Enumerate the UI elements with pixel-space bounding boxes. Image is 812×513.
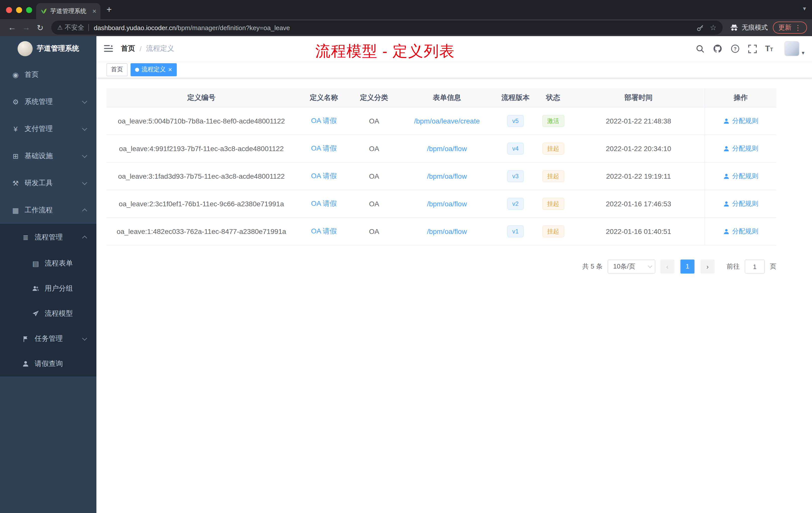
table-row: oa_leave:3:1fad3d93-7b75-11ec-a3c8-acde4…	[107, 163, 776, 190]
table-row: oa_leave:4:991f2193-7b7f-11ec-a3c8-acde4…	[107, 135, 776, 163]
search-icon[interactable]	[696, 44, 704, 53]
tab-close-icon[interactable]: ×	[92, 7, 96, 15]
form-link[interactable]: /bpm/oa/leave/create	[414, 117, 480, 125]
cell-deploy-time: 2022-01-22 20:34:10	[573, 145, 704, 153]
users-icon	[30, 284, 41, 293]
page-unit-label: 页	[770, 262, 776, 271]
update-label: 更新	[778, 23, 791, 32]
col-header-category: 定义分类	[351, 93, 397, 102]
flag-icon	[20, 335, 31, 343]
forward-button[interactable]: →	[19, 23, 33, 32]
sidebar-item-system-mgmt[interactable]: ⚙ 系统管理	[0, 88, 96, 116]
col-header-status: 状态	[534, 93, 573, 102]
status-badge: 激活	[542, 115, 564, 127]
url-host: dashboard.yudao.iocoder.cn	[94, 24, 176, 31]
update-button[interactable]: 更新 ⋮	[773, 22, 807, 34]
sidebar-item-process-model[interactable]: 流程模型	[0, 301, 96, 326]
window-close-button[interactable]	[6, 7, 12, 13]
back-button[interactable]: ←	[5, 23, 19, 32]
page-number-active[interactable]: 1	[680, 260, 695, 274]
form-link[interactable]: /bpm/oa/flow	[427, 145, 467, 153]
sidebar-item-user-group[interactable]: 用户分组	[0, 276, 96, 301]
definition-name-link[interactable]: OA 请假	[311, 117, 337, 124]
sidebar-item-task-mgmt[interactable]: 任务管理	[0, 326, 96, 351]
cell-definition-id: oa_leave:1:482ec033-762a-11ec-8477-a2380…	[107, 228, 296, 235]
form-link[interactable]: /bpm/oa/flow	[427, 200, 467, 208]
tag-home[interactable]: 首页	[107, 63, 127, 76]
form-link[interactable]: /bpm/oa/flow	[427, 172, 467, 180]
sidebar-item-home[interactable]: ◉ 首页	[0, 61, 96, 88]
tab-favicon-icon	[40, 7, 47, 14]
form-link[interactable]: /bpm/oa/flow	[427, 228, 467, 235]
chevron-up-icon	[82, 209, 87, 214]
goto-page-input[interactable]	[745, 260, 765, 274]
yen-icon: ¥	[10, 125, 21, 133]
assign-rule-button[interactable]: 分配规则	[723, 172, 758, 181]
cell-deploy-time: 2022-01-16 17:46:53	[573, 200, 704, 208]
incognito-icon	[730, 23, 739, 32]
security-warning-icon[interactable]: ⚠	[57, 24, 63, 31]
assign-rule-button[interactable]: 分配规则	[723, 144, 758, 153]
col-header-deploy-time: 部署时间	[573, 93, 704, 102]
pagination: 共 5 条 10条/页 ‹ 1 › 前往 页	[107, 260, 776, 274]
page-size-select[interactable]: 10条/页	[608, 260, 655, 274]
assign-rule-button[interactable]: 分配规则	[723, 199, 758, 208]
assign-rule-button[interactable]: 分配规则	[723, 227, 758, 236]
incognito-label: 无痕模式	[742, 23, 768, 32]
definition-name-link[interactable]: OA 请假	[311, 199, 337, 207]
sidebar-item-process-form[interactable]: ▤ 流程表单	[0, 251, 96, 276]
address-bar[interactable]: ⚠ 不安全 dashboard.yudao.iocoder.cn /bpm/ma…	[51, 21, 723, 35]
breadcrumb-home[interactable]: 首页	[121, 44, 135, 53]
app-title: 芋道管理系统	[37, 44, 79, 53]
reload-button[interactable]: ↻	[33, 23, 47, 32]
assign-rule-button[interactable]: 分配规则	[723, 117, 758, 125]
breadcrumb: 首页 / 流程定义	[121, 44, 174, 53]
version-tag: v4	[507, 143, 523, 155]
sidebar-item-leave-query[interactable]: 请假查询	[0, 351, 96, 376]
user-menu[interactable]: ▾	[785, 41, 805, 56]
password-key-icon[interactable]	[696, 24, 704, 31]
cell-category: OA	[351, 117, 397, 125]
github-icon[interactable]	[713, 44, 722, 53]
tab-search-chevron-icon[interactable]: ▾	[803, 5, 806, 12]
definition-name-link[interactable]: OA 请假	[311, 172, 337, 180]
browser-tab[interactable]: 芋道管理系统 ×	[36, 3, 100, 19]
chevron-down-icon	[648, 264, 652, 268]
fullscreen-icon[interactable]	[748, 44, 756, 53]
browser-tab-strip: 芋道管理系统 × + ▾	[0, 0, 812, 19]
next-page-button[interactable]: ›	[700, 260, 715, 274]
sidebar-item-dev-tools[interactable]: ⚒ 研发工具	[0, 170, 96, 197]
cell-category: OA	[351, 145, 397, 153]
help-icon[interactable]: ?	[730, 44, 740, 53]
chevron-down-icon	[82, 99, 87, 104]
tag-process-definition[interactable]: 流程定义 ×	[130, 63, 176, 76]
prev-page-button[interactable]: ‹	[660, 260, 674, 274]
bookmark-star-icon[interactable]: ☆	[710, 23, 717, 32]
font-size-icon[interactable]: TT	[765, 44, 773, 53]
browser-menu-icon[interactable]: ⋮	[794, 24, 802, 32]
sidebar-collapse-icon[interactable]	[104, 45, 113, 53]
tags-view: 首页 流程定义 ×	[96, 61, 812, 78]
tag-close-icon[interactable]: ×	[168, 66, 172, 73]
table-header-row: 定义编号 定义名称 定义分类 表单信息 流程版本 状态 部署时间 操作	[107, 88, 776, 108]
window-minimize-button[interactable]	[16, 7, 22, 13]
app-logo[interactable]: 芋道管理系统	[0, 36, 96, 61]
cell-definition-id: oa_leave:2:3c1f0ef1-76b1-11ec-9c66-a2380…	[107, 200, 296, 208]
definition-name-link[interactable]: OA 请假	[311, 144, 337, 152]
gear-icon: ⚙	[10, 98, 21, 106]
table-row: oa_leave:2:3c1f0ef1-76b1-11ec-9c66-a2380…	[107, 190, 776, 218]
cell-deploy-time: 2022-01-22 21:48:38	[573, 117, 704, 125]
omnibox-divider	[88, 24, 89, 31]
window-zoom-button[interactable]	[26, 7, 32, 13]
browser-toolbar: ← → ↻ ⚠ 不安全 dashboard.yudao.iocoder.cn /…	[0, 19, 812, 36]
sidebar-item-payment-mgmt[interactable]: ¥ 支付管理	[0, 116, 96, 143]
sidebar-item-process-mgmt[interactable]: ≣ 流程管理	[0, 224, 96, 251]
new-tab-button[interactable]: +	[107, 4, 112, 15]
caret-down-icon: ▾	[802, 49, 805, 56]
sidebar-menu: ◉ 首页 ⚙ 系统管理 ¥ 支付管理 ⊞ 基础设施	[0, 61, 96, 376]
workflow-submenu: ≣ 流程管理 ▤ 流程表单 用户分组	[0, 224, 96, 376]
sidebar-item-infrastructure[interactable]: ⊞ 基础设施	[0, 143, 96, 170]
sidebar-item-workflow[interactable]: ▦ 工作流程	[0, 197, 96, 224]
chevron-down-icon	[82, 153, 87, 158]
definition-name-link[interactable]: OA 请假	[311, 227, 337, 235]
